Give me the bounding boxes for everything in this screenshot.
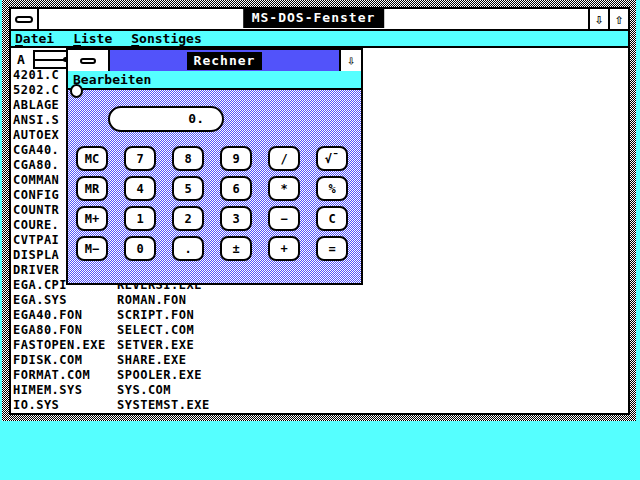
calc-key[interactable]: 7 [124,146,156,171]
menu-label-rest: atei [23,31,54,46]
file-name-col1[interactable]: EGA80.FON [13,324,117,337]
calc-key[interactable]: ± [220,236,252,261]
file-name-col2[interactable]: SYS.COM [117,383,171,397]
calc-key[interactable]: 6 [220,176,252,201]
minimize-arrow-icon: ⇩ [595,11,603,27]
file-name-col1[interactable]: FASTOPEN.EXE [13,339,117,352]
file-row[interactable]: EGA80.FONSELECT.COM [13,324,194,337]
calculator-display: 0. [108,106,224,132]
menu-hotkey-letter: D [15,31,23,46]
file-name-col1[interactable]: EGA.SYS [13,294,117,307]
calculator-menu-bar: Bearbeiten [68,71,361,90]
menu-label-rest: earbeiten [81,72,151,87]
calc-key[interactable]: * [268,176,300,201]
file-row[interactable]: EGA40.FONSCRIPT.FON [13,309,194,322]
calc-key[interactable]: √¯ [316,146,348,171]
file-name-col1[interactable]: IO.SYS [13,399,117,412]
calculator-title: Rechner [187,52,263,70]
file-name-col2[interactable]: SYSTEMST.EXE [117,398,210,412]
calc-key[interactable]: MR [76,176,108,201]
system-menu-dash-icon [15,16,33,23]
calc-key[interactable]: 8 [172,146,204,171]
maximize-arrow-icon: ⇧ [615,11,623,27]
calc-key[interactable]: . [172,236,204,261]
calc-key[interactable]: = [316,236,348,261]
file-row[interactable]: FDISK.COMSHARE.EXE [13,354,187,367]
calc-key[interactable]: 0 [124,236,156,261]
calc-key[interactable]: 4 [124,176,156,201]
maximize-button[interactable]: ⇧ [608,9,628,29]
calculator-system-menu-button[interactable] [68,50,110,71]
main-title-area[interactable]: MS-DOS-Fenster [39,9,588,29]
file-row[interactable]: EGA.SYSROMAN.FON [13,294,187,307]
calc-key[interactable]: C [316,206,348,231]
calc-key[interactable]: 9 [220,146,252,171]
calculator-body: 0. MC789/√¯MR456*%M+123−CM−0.±+= [68,90,361,283]
file-name-col2[interactable]: SCRIPT.FON [117,308,194,322]
calculator-system-menu-dash-icon [80,58,96,64]
file-name-col1[interactable]: EGA40.FON [13,309,117,322]
main-window-title: MS-DOS-Fenster [243,8,385,28]
calc-key[interactable]: 1 [124,206,156,231]
menu-item-sonstiges[interactable]: Sonstiges [131,31,201,46]
menu-hotkey-letter: L [73,31,81,46]
menu-hotkey-letter: S [131,31,139,46]
file-row[interactable]: HIMEM.SYSSYS.COM [13,384,171,397]
main-menu-bar: DateiListeSonstiges [11,31,628,48]
file-name-col1[interactable]: FDISK.COM [13,354,117,367]
file-name-col2[interactable]: SETVER.EXE [117,338,194,352]
menu-item-datei[interactable]: Datei [15,31,54,46]
system-menu-button[interactable] [11,9,39,29]
calc-menu-item-bearbeiten[interactable]: Bearbeiten [73,72,151,87]
file-name-col2[interactable]: SELECT.COM [117,323,194,337]
calc-key[interactable]: 3 [220,206,252,231]
calculator-circle-decoration [70,84,83,98]
calc-key[interactable]: + [268,236,300,261]
file-name-col1[interactable]: HIMEM.SYS [13,384,117,397]
calc-key[interactable]: % [316,176,348,201]
menu-label-rest: onstiges [139,31,202,46]
calc-key[interactable]: MC [76,146,108,171]
calc-key[interactable]: M− [76,236,108,261]
calc-key[interactable]: − [268,206,300,231]
calculator-title-area[interactable]: Rechner [110,50,339,71]
file-name-col2[interactable]: SHARE.EXE [117,353,187,367]
file-name-col2[interactable]: SPOOLER.EXE [117,368,202,382]
menu-label-rest: iste [81,31,112,46]
calculator-minimize-arrow-icon: ⇩ [347,53,355,68]
calculator-titlebar: Rechner ⇩ [68,50,361,71]
minimize-button[interactable]: ⇩ [588,9,608,29]
main-titlebar: MS-DOS-Fenster ⇩ ⇧ [11,9,628,31]
calculator-keypad: MC789/√¯MR456*%M+123−CM−0.±+= [76,146,348,261]
calc-key[interactable]: M+ [76,206,108,231]
calc-key[interactable]: 5 [172,176,204,201]
menu-item-liste[interactable]: Liste [73,31,112,46]
file-name-col2[interactable]: ROMAN.FON [117,293,187,307]
calculator-minimize-button[interactable]: ⇩ [339,50,361,71]
calc-key[interactable]: 2 [172,206,204,231]
calculator-window: Rechner ⇩ Bearbeiten 0. MC789/√¯MR456*%M… [66,48,363,285]
file-name-col1[interactable]: FORMAT.COM [13,369,117,382]
calc-key[interactable]: / [268,146,300,171]
file-row[interactable]: FASTOPEN.EXESETVER.EXE [13,339,194,352]
file-row[interactable]: FORMAT.COMSPOOLER.EXE [13,369,202,382]
file-row[interactable]: IO.SYSSYSTEMST.EXE [13,399,210,412]
